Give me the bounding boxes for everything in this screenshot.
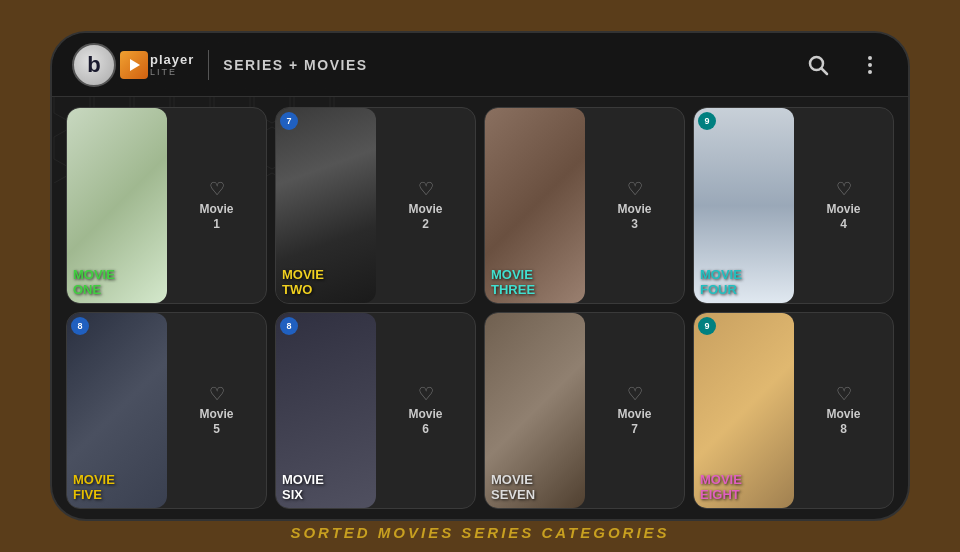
thumb-badge-6: 8	[280, 317, 298, 335]
svg-point-6	[868, 70, 872, 74]
search-icon	[806, 53, 830, 77]
movies-grid: MOVIEONE ♡ Movie1 7 MOVIETWO	[52, 97, 908, 519]
heart-icon-1[interactable]: ♡	[209, 180, 225, 198]
thumb-title-4: MOVIEFOUR	[700, 268, 792, 297]
heart-icon-5[interactable]: ♡	[209, 385, 225, 403]
heart-icon-7[interactable]: ♡	[627, 385, 643, 403]
movie-info-2: ♡ Movie2	[376, 174, 475, 237]
movie-label-1: Movie1	[199, 202, 233, 231]
movie-thumb-2: 7 MOVIETWO	[276, 108, 376, 303]
movie-info-4: ♡ Movie4	[794, 174, 893, 237]
movie-info-8: ♡ Movie8	[794, 379, 893, 442]
thumb-bg-7: MOVIESEVEN	[485, 313, 585, 508]
thumb-title-6: MOVIESIX	[282, 473, 374, 502]
movie-card-3[interactable]: MOVIETHREE ♡ Movie3	[484, 107, 685, 304]
thumb-bg-3: MOVIETHREE	[485, 108, 585, 303]
device-frame: b player LITE SERIES + MOVIES	[50, 31, 910, 521]
thumb-bg-4: 9 MOVIEFOUR	[694, 108, 794, 303]
heart-icon-3[interactable]: ♡	[627, 180, 643, 198]
thumb-title-5: MOVIEFIVE	[73, 473, 165, 502]
thumb-bg-8: 9 MOVIEEIGHT	[694, 313, 794, 508]
thumb-title-7: MOVIESEVEN	[491, 473, 583, 502]
movie-label-7: Movie7	[617, 407, 651, 436]
app-name-block: player LITE	[150, 52, 194, 77]
thumb-bg-2: 7 MOVIETWO	[276, 108, 376, 303]
movie-thumb-4: 9 MOVIEFOUR	[694, 108, 794, 303]
thumb-bg-5: 8 MOVIEFIVE	[67, 313, 167, 508]
more-icon	[858, 53, 882, 77]
svg-point-4	[868, 56, 872, 60]
movies-row-1: MOVIEONE ♡ Movie1 7 MOVIETWO	[66, 107, 894, 304]
heart-icon-2[interactable]: ♡	[418, 180, 434, 198]
movie-card-5[interactable]: 8 MOVIEFIVE ♡ Movie5	[66, 312, 267, 509]
thumb-title-2: MOVIETWO	[282, 268, 374, 297]
movie-label-5: Movie5	[199, 407, 233, 436]
search-button[interactable]	[800, 47, 836, 83]
movie-card-2[interactable]: 7 MOVIETWO ♡ Movie2	[275, 107, 476, 304]
nav-title: SERIES + MOVIES	[223, 57, 367, 73]
movie-card-1[interactable]: MOVIEONE ♡ Movie1	[66, 107, 267, 304]
thumb-badge-2: 7	[280, 112, 298, 130]
thumb-bg-1: MOVIEONE	[67, 108, 167, 303]
thumb-title-3: MOVIETHREE	[491, 268, 583, 297]
app-logo: b	[72, 43, 116, 87]
movie-info-6: ♡ Movie6	[376, 379, 475, 442]
movie-label-2: Movie2	[408, 202, 442, 231]
play-triangle-icon	[130, 59, 140, 71]
thumb-badge-4: 9	[698, 112, 716, 130]
movie-label-8: Movie8	[826, 407, 860, 436]
footer-text: SORTED MOVIES SERIES CATEGORIES	[290, 516, 669, 545]
logo-letter: b	[87, 52, 100, 78]
app-lite-label: LITE	[150, 67, 194, 77]
movie-label-4: Movie4	[826, 202, 860, 231]
movie-thumb-5: 8 MOVIEFIVE	[67, 313, 167, 508]
thumb-title-1: MOVIEONE	[73, 268, 165, 297]
app-content: b player LITE SERIES + MOVIES	[52, 33, 908, 519]
movie-info-7: ♡ Movie7	[585, 379, 684, 442]
movie-info-5: ♡ Movie5	[167, 379, 266, 442]
app-name-label: player	[150, 52, 194, 67]
movie-card-6[interactable]: 8 MOVIESIX ♡ Movie6	[275, 312, 476, 509]
movie-label-6: Movie6	[408, 407, 442, 436]
thumb-badge-8: 9	[698, 317, 716, 335]
heart-icon-8[interactable]: ♡	[836, 385, 852, 403]
thumb-bg-6: 8 MOVIESIX	[276, 313, 376, 508]
movie-label-3: Movie3	[617, 202, 651, 231]
thumb-title-8: MOVIEEIGHT	[700, 473, 792, 502]
movie-card-7[interactable]: MOVIESEVEN ♡ Movie7	[484, 312, 685, 509]
movie-thumb-8: 9 MOVIEEIGHT	[694, 313, 794, 508]
more-options-button[interactable]	[852, 47, 888, 83]
movie-thumb-3: MOVIETHREE	[485, 108, 585, 303]
movie-thumb-1: MOVIEONE	[67, 108, 167, 303]
header-actions	[800, 47, 888, 83]
svg-point-5	[868, 63, 872, 67]
movie-info-1: ♡ Movie1	[167, 174, 266, 237]
app-header: b player LITE SERIES + MOVIES	[52, 33, 908, 97]
movie-card-4[interactable]: 9 MOVIEFOUR ♡ Movie4	[693, 107, 894, 304]
thumb-badge-5: 8	[71, 317, 89, 335]
movie-card-8[interactable]: 9 MOVIEEIGHT ♡ Movie8	[693, 312, 894, 509]
movie-thumb-7: MOVIESEVEN	[485, 313, 585, 508]
header-divider	[208, 50, 209, 80]
heart-icon-4[interactable]: ♡	[836, 180, 852, 198]
movie-info-3: ♡ Movie3	[585, 174, 684, 237]
play-icon	[120, 51, 148, 79]
svg-line-3	[822, 68, 828, 74]
heart-icon-6[interactable]: ♡	[418, 385, 434, 403]
movie-thumb-6: 8 MOVIESIX	[276, 313, 376, 508]
movies-row-2: 8 MOVIEFIVE ♡ Movie5 8 MOVIESIX	[66, 312, 894, 509]
